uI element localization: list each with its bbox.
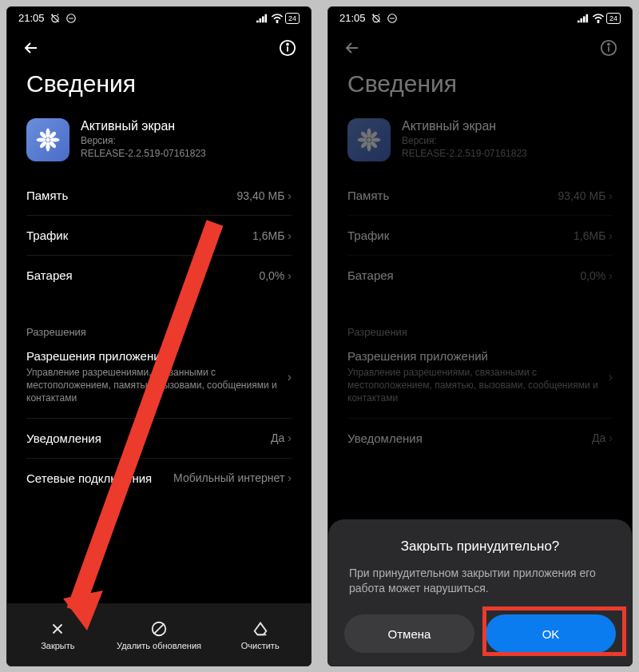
svg-rect-3 xyxy=(259,18,261,22)
close-icon xyxy=(49,620,66,638)
chevron-right-icon: › xyxy=(609,269,613,282)
chevron-right-icon: › xyxy=(609,229,613,242)
app-permissions-desc: Управление разрешениями, связанными с ме… xyxy=(26,366,288,405)
wifi-icon xyxy=(271,14,284,23)
dialog-title: Закрыть принудительно? xyxy=(344,539,616,555)
row-notifications[interactable]: Уведомления Да› xyxy=(328,419,632,458)
svg-rect-2 xyxy=(256,20,259,22)
row-traffic[interactable]: Трафик 1,6МБ› xyxy=(328,216,632,255)
row-battery[interactable]: Батарея 0,0%› xyxy=(328,256,632,295)
close-button[interactable]: Закрыть xyxy=(7,620,109,650)
chevron-right-icon: › xyxy=(288,229,292,242)
row-app-permissions[interactable]: Разрешения приложений Управление разреше… xyxy=(328,343,632,418)
app-version: RELEASE-2.2.519-07161823 xyxy=(81,148,206,159)
info-icon[interactable] xyxy=(279,39,296,57)
row-network[interactable]: Сетевые подключения Мобильный интернет› xyxy=(7,459,311,498)
version-label: Версия: xyxy=(81,135,116,146)
svg-point-37 xyxy=(371,137,381,141)
alarm-off-icon xyxy=(371,13,382,24)
chevron-right-icon: › xyxy=(288,269,292,282)
row-battery[interactable]: Батарея 0,0%› xyxy=(7,256,311,295)
chevron-right-icon: › xyxy=(609,431,613,444)
divider xyxy=(7,303,311,304)
back-icon[interactable] xyxy=(343,38,362,58)
status-time: 21:05 xyxy=(339,12,366,24)
app-name: Активный экран xyxy=(81,119,206,133)
uninstall-button[interactable]: Удалить обновления xyxy=(109,620,210,650)
chevron-right-icon: › xyxy=(288,471,292,484)
chevron-right-icon: › xyxy=(609,370,613,384)
svg-point-13 xyxy=(37,137,46,141)
clear-icon xyxy=(252,620,269,638)
signal-icon xyxy=(577,14,589,23)
dialog-body: При принудительном закрытии приложения е… xyxy=(344,566,616,597)
status-bar: 21:05 24 xyxy=(7,7,311,26)
chevron-right-icon: › xyxy=(288,431,292,444)
wifi-icon xyxy=(592,14,605,23)
svg-point-14 xyxy=(50,137,60,141)
svg-point-6 xyxy=(276,22,277,22)
clear-button[interactable]: Очистить xyxy=(209,620,311,650)
svg-rect-25 xyxy=(577,20,580,22)
row-memory[interactable]: Память 93,40 МБ› xyxy=(7,176,311,215)
app-header: Активный экран Версия:RELEASE-2.2.519-07… xyxy=(328,112,632,176)
svg-point-29 xyxy=(597,22,598,22)
svg-point-33 xyxy=(367,137,371,141)
info-icon[interactable] xyxy=(600,39,617,57)
page-title: Сведения xyxy=(7,66,311,112)
back-icon[interactable] xyxy=(22,38,41,58)
app-icon xyxy=(347,118,391,161)
permissions-header: Разрешения xyxy=(7,312,311,343)
ok-button[interactable]: OK xyxy=(486,614,616,653)
bottom-bar: Закрыть Удалить обновления Очистить xyxy=(7,603,311,666)
phone-left: 21:05 24 Сведения Активный экран Вер xyxy=(6,6,312,666)
battery-icon: 24 xyxy=(606,13,621,24)
svg-point-35 xyxy=(367,142,371,152)
chevron-right-icon: › xyxy=(288,189,292,202)
svg-point-9 xyxy=(287,44,288,46)
chevron-right-icon: › xyxy=(288,370,292,384)
page-title: Сведения xyxy=(328,66,632,112)
status-time: 21:05 xyxy=(18,12,45,24)
traffic-label: Трафик xyxy=(26,229,68,242)
svg-point-34 xyxy=(367,129,371,138)
svg-rect-5 xyxy=(264,14,267,22)
battery-label: Батарея xyxy=(26,268,73,282)
svg-point-11 xyxy=(46,129,50,138)
memory-label: Память xyxy=(26,189,68,202)
force-stop-dialog: Закрыть принудительно? При принудительно… xyxy=(328,519,632,666)
status-bar: 21:05 24 xyxy=(328,7,632,26)
svg-point-12 xyxy=(46,142,50,152)
battery-icon: 24 xyxy=(285,13,300,24)
chevron-right-icon: › xyxy=(609,189,613,202)
phone-right: 21:05 24 Сведения Активный экран xyxy=(327,6,633,666)
svg-point-10 xyxy=(46,137,50,141)
cancel-button[interactable]: Отмена xyxy=(344,614,474,653)
row-traffic[interactable]: Трафик 1,6МБ› xyxy=(7,216,311,255)
notifications-label: Уведомления xyxy=(26,431,101,445)
svg-rect-26 xyxy=(580,18,582,22)
svg-rect-28 xyxy=(585,14,588,22)
svg-point-36 xyxy=(358,137,367,141)
app-name: Активный экран xyxy=(402,119,527,133)
dnd-icon xyxy=(65,13,77,24)
svg-rect-4 xyxy=(262,16,264,22)
network-label: Сетевые подключения xyxy=(26,471,152,485)
svg-point-32 xyxy=(608,44,609,46)
row-app-permissions[interactable]: Разрешения приложений Управление разреше… xyxy=(7,343,311,418)
row-memory[interactable]: Память 93,40 МБ› xyxy=(328,176,632,215)
alarm-off-icon xyxy=(50,13,61,24)
app-icon xyxy=(26,118,69,161)
app-header: Активный экран Версия:RELEASE-2.2.519-07… xyxy=(7,112,311,176)
ban-icon xyxy=(150,620,168,638)
svg-rect-27 xyxy=(583,16,585,22)
app-permissions-title: Разрешения приложений xyxy=(26,349,288,363)
row-notifications[interactable]: Уведомления Да› xyxy=(7,419,311,458)
signal-icon xyxy=(256,14,268,23)
dnd-icon xyxy=(387,13,398,24)
